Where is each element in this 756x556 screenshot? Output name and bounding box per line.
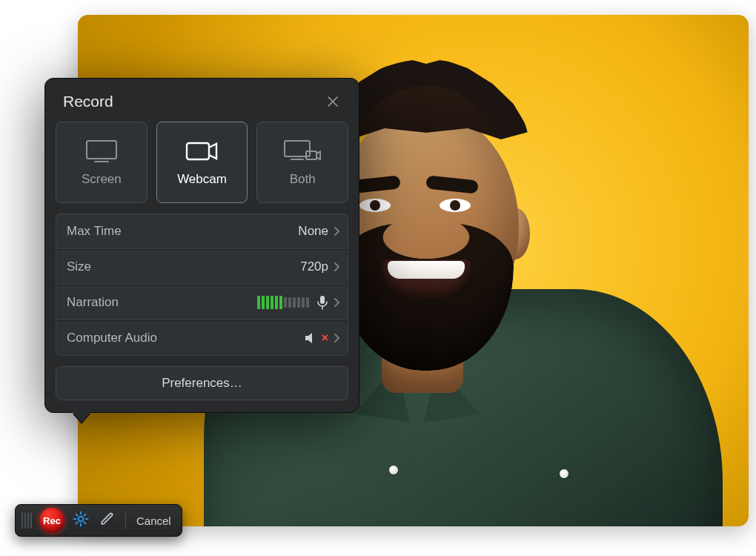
mode-webcam-button[interactable]: Webcam xyxy=(156,122,248,203)
panel-title: Record xyxy=(63,93,113,110)
setting-value: None xyxy=(298,224,328,239)
setting-max-time[interactable]: Max Time None xyxy=(56,214,348,249)
chevron-right-icon xyxy=(333,262,340,272)
mode-screen-button[interactable]: Screen xyxy=(56,122,147,203)
mode-label: Webcam xyxy=(177,172,227,187)
setting-value: 720p xyxy=(300,259,328,274)
chevron-right-icon xyxy=(333,333,340,343)
speaker-muted-icon xyxy=(304,331,319,345)
svg-point-8 xyxy=(79,517,83,521)
pen-icon xyxy=(99,511,116,530)
setting-label: Size xyxy=(67,259,300,274)
record-toolbar: Rec Cancel xyxy=(15,504,182,537)
record-label: Rec xyxy=(43,515,61,526)
drag-grip-icon[interactable] xyxy=(20,512,33,529)
setting-size[interactable]: Size 720p xyxy=(56,249,348,285)
setting-narration[interactable]: Narration xyxy=(56,285,348,320)
screen-webcam-icon xyxy=(282,138,322,165)
setting-label: Computer Audio xyxy=(67,331,304,345)
record-button[interactable]: Rec xyxy=(39,508,64,533)
svg-rect-5 xyxy=(306,151,316,159)
settings-button[interactable] xyxy=(70,510,91,531)
svg-rect-2 xyxy=(187,143,209,159)
mode-both-button[interactable]: Both xyxy=(256,122,348,203)
chevron-right-icon xyxy=(333,226,340,236)
annotate-button[interactable] xyxy=(97,510,118,531)
svg-rect-0 xyxy=(87,141,116,159)
record-panel: Record Screen xyxy=(44,78,359,413)
gear-icon xyxy=(72,510,90,531)
mode-label: Both xyxy=(290,172,316,187)
toolbar-divider xyxy=(125,512,126,529)
close-icon xyxy=(326,95,339,108)
panel-tail xyxy=(73,412,90,423)
mute-x-icon: × xyxy=(322,331,328,345)
audio-level-meter xyxy=(257,295,309,310)
close-button[interactable] xyxy=(323,92,342,111)
monitor-icon xyxy=(84,138,119,165)
preferences-button[interactable]: Preferences… xyxy=(56,366,348,400)
setting-computer-audio[interactable]: Computer Audio × xyxy=(56,320,348,356)
microphone-icon xyxy=(316,295,328,310)
svg-rect-6 xyxy=(320,296,325,304)
setting-label: Max Time xyxy=(67,224,298,239)
chevron-right-icon xyxy=(333,297,340,308)
setting-label: Narration xyxy=(67,295,257,310)
mode-label: Screen xyxy=(82,172,122,187)
webcam-icon xyxy=(184,138,221,165)
cancel-button[interactable]: Cancel xyxy=(133,512,174,530)
